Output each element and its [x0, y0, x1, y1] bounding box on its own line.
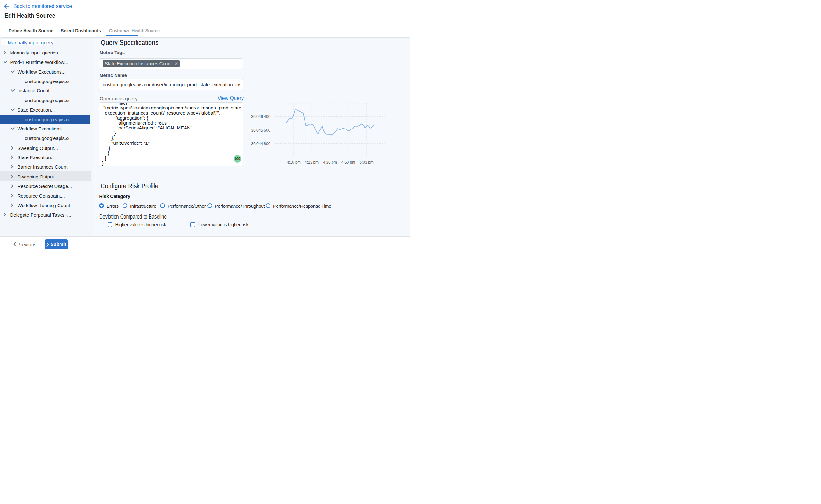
svg-text:36 044 800: 36 044 800: [251, 142, 270, 146]
svg-text:4:36 pm: 4:36 pm: [323, 160, 337, 165]
svg-text:5:03 pm: 5:03 pm: [360, 160, 373, 165]
svg-text:4:50 pm: 4:50 pm: [341, 160, 355, 165]
svg-text:36 046 400: 36 046 400: [251, 115, 270, 119]
svg-text:4:10 pm: 4:10 pm: [287, 160, 300, 165]
svg-text:36 045 600: 36 045 600: [251, 128, 270, 133]
svg-text:4:23 pm: 4:23 pm: [305, 160, 319, 165]
